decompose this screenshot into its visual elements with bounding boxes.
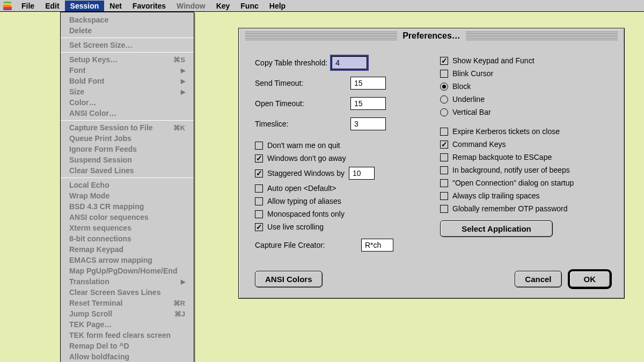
cancel-button[interactable]: Cancel — [515, 271, 561, 287]
label-live-scroll: Use live scrolling — [267, 223, 324, 231]
menu-window[interactable]: Window — [171, 1, 211, 11]
send-timeout-input[interactable] — [350, 77, 386, 90]
label-mono-fonts: Monospaced fonts only — [267, 210, 345, 218]
menu-item-8-bit-connections[interactable]: 8-bit connections — [61, 233, 194, 244]
ansi-colors-button[interactable]: ANSI Colors — [255, 271, 323, 287]
capture-creator-input[interactable] — [361, 239, 393, 252]
label-allow-aliases: Allow typing of aliases — [267, 197, 341, 205]
radio-vertical-bar[interactable] — [440, 108, 448, 116]
label-remap-backquote: Remap backquote to ESCape — [452, 153, 552, 161]
shortcut: ⌘K — [173, 124, 185, 132]
label-open-connection-startup: "Open Connection" dialog on startup — [452, 179, 574, 187]
menu-item-wrap-mode[interactable]: Wrap Mode — [61, 190, 194, 201]
menu-separator — [61, 52, 194, 53]
checkbox-mono-fonts[interactable] — [255, 210, 263, 218]
apple-icon[interactable] — [3, 2, 12, 10]
label-staggered: Staggered Windows by — [267, 169, 345, 178]
radio-block[interactable] — [440, 83, 448, 91]
menu-item-font[interactable]: Font▶ — [61, 65, 194, 76]
menu-func[interactable]: Func — [235, 1, 264, 11]
menu-item-map-pgup-pgdown-home-end[interactable]: Map PgUp/PgDown/Home/End — [61, 265, 194, 276]
label-expire-kerberos: Expire Kerberos tickets on close — [452, 127, 560, 136]
ok-button[interactable]: OK — [569, 271, 611, 287]
menu-item-remap-keypad[interactable]: Remap Keypad — [61, 244, 194, 255]
menu-item-jump-scroll[interactable]: Jump Scroll⌘J — [61, 308, 194, 319]
checkbox-expire-kerberos[interactable] — [440, 128, 448, 136]
menu-item-delete[interactable]: Delete — [61, 25, 194, 36]
menu-item-ansi-color[interactable]: ANSI Color… — [61, 108, 194, 119]
menu-item-tek-form-feed-clears-screen[interactable]: TEK form feed clears screen — [61, 330, 194, 341]
checkbox-windows-dont-go[interactable] — [255, 154, 263, 162]
menu-item-backspace[interactable]: Backspace — [61, 14, 194, 25]
menu-session[interactable]: Session — [65, 1, 105, 11]
checkbox-bg-beeps[interactable] — [440, 166, 448, 174]
checkbox-live-scroll[interactable] — [255, 223, 263, 231]
menu-item-ansi-color-sequences[interactable]: ANSI color sequences — [61, 212, 194, 223]
menu-item-size[interactable]: Size▶ — [61, 86, 194, 97]
checkbox-command-keys[interactable] — [440, 141, 448, 149]
menu-item-xterm-sequences[interactable]: Xterm sequences — [61, 223, 194, 233]
shortcut: ⌘R — [173, 299, 185, 307]
menu-favorites[interactable]: Favorites — [127, 1, 171, 11]
submenu-arrow-icon: ▶ — [181, 78, 185, 85]
label-bg-beeps: In background, notify user of beeps — [452, 166, 570, 174]
open-timeout-input[interactable] — [350, 97, 386, 110]
checkbox-show-keypad[interactable] — [440, 57, 448, 65]
menu-edit[interactable]: Edit — [40, 1, 64, 11]
menu-item-emacs-arrow-mapping[interactable]: EMACS arrow mapping — [61, 255, 194, 265]
menu-item-local-echo[interactable]: Local Echo — [61, 180, 194, 190]
menu-item-clear-saved-lines[interactable]: Clear Saved Lines — [61, 165, 194, 176]
session-menu-dropdown: BackspaceDeleteSet Screen Size…Setup Key… — [60, 12, 194, 362]
menu-file[interactable]: File — [16, 1, 40, 11]
timeslice-input[interactable] — [350, 117, 386, 130]
menu-key[interactable]: Key — [211, 1, 236, 11]
menu-help[interactable]: Help — [264, 1, 291, 11]
menu-item-translation[interactable]: Translation▶ — [61, 276, 194, 287]
checkbox-open-connection-startup[interactable] — [440, 179, 448, 187]
staggered-input[interactable] — [349, 167, 375, 180]
label-clip-trailing: Always clip trailing spaces — [452, 191, 540, 200]
copy-table-input[interactable] — [332, 56, 367, 69]
preferences-window: Preferences… Copy Table threshold: Send … — [238, 28, 625, 299]
menu-item-set-screen-size[interactable]: Set Screen Size… — [61, 40, 194, 50]
menu-item-color[interactable]: Color… — [61, 97, 194, 108]
checkbox-dont-warn[interactable] — [255, 142, 263, 150]
menu-item-queue-print-jobs[interactable]: Queue Print Jobs — [61, 133, 194, 144]
menu-net[interactable]: Net — [104, 1, 127, 11]
checkbox-clip-trailing[interactable] — [440, 192, 448, 200]
checkbox-auto-open[interactable] — [255, 184, 263, 193]
menu-item-reset-terminal[interactable]: Reset Terminal⌘R — [61, 298, 194, 308]
label-windows-dont-go: Windows don't go away — [267, 154, 346, 162]
menu-item-clear-screen-saves-lines[interactable]: Clear Screen Saves Lines — [61, 287, 194, 298]
capture-creator-label: Capture File Creator: — [255, 241, 357, 249]
submenu-arrow-icon: ▶ — [181, 67, 185, 74]
menu-item-ignore-form-feeds[interactable]: Ignore Form Feeds — [61, 144, 194, 154]
menu-item-capture-session-to-file[interactable]: Capture Session to File⌘K — [61, 122, 194, 133]
menu-separator — [61, 178, 194, 178]
checkbox-blink-cursor[interactable] — [440, 70, 448, 78]
prefs-right-column: Show Keypad and Funct Blink Cursor Block… — [440, 56, 610, 259]
send-timeout-label: Send Timeout: — [255, 79, 346, 87]
menu-item-bsd-4-3-cr-mapping[interactable]: BSD 4.3 CR mapping — [61, 201, 194, 212]
checkbox-remap-backquote[interactable] — [440, 153, 448, 161]
menu-item-suspend-session[interactable]: Suspend Session — [61, 154, 194, 165]
open-timeout-label: Open Timeout: — [255, 99, 346, 108]
menu-item-setup-keys[interactable]: Setup Keys…⌘S — [61, 54, 194, 65]
label-vertical-bar: Vertical Bar — [452, 108, 491, 116]
checkbox-staggered[interactable] — [255, 169, 263, 178]
label-block: Block — [452, 82, 471, 91]
radio-underline[interactable] — [440, 95, 448, 104]
window-title: Preferences… — [397, 31, 466, 41]
titlebar: Preferences… — [240, 29, 623, 42]
menubar: FileEditSessionNetFavoritesWindowKeyFunc… — [0, 0, 644, 12]
submenu-arrow-icon: ▶ — [181, 278, 185, 285]
copy-table-label: Copy Table threshold: — [255, 58, 327, 67]
menu-item-remap-del-to-d[interactable]: Remap Del to ^D — [61, 341, 194, 351]
menu-item-tek-page[interactable]: TEK Page… — [61, 319, 194, 330]
checkbox-allow-aliases[interactable] — [255, 197, 263, 205]
menu-item-bold-font[interactable]: Bold Font▶ — [61, 76, 194, 86]
prefs-left-column: Copy Table threshold: Send Timeout: Open… — [255, 56, 425, 259]
checkbox-remember-otp[interactable] — [440, 205, 448, 213]
select-application-button[interactable]: Select Application — [440, 220, 553, 237]
menu-item-allow-boldfacing[interactable]: Allow boldfacing — [61, 351, 194, 362]
